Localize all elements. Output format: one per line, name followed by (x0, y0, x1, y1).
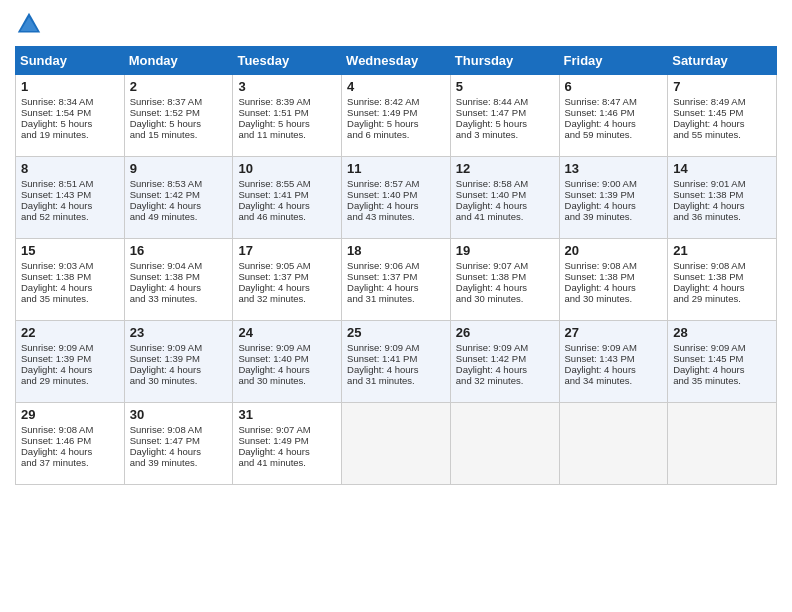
day-number: 21 (673, 243, 771, 258)
day-info-line: Daylight: 4 hours (130, 200, 228, 211)
day-info-line: Sunrise: 8:51 AM (21, 178, 119, 189)
week-row-4: 22Sunrise: 9:09 AMSunset: 1:39 PMDayligh… (16, 321, 777, 403)
day-info-line: and 37 minutes. (21, 457, 119, 468)
day-info-line: and 41 minutes. (456, 211, 554, 222)
day-info-line: Sunset: 1:39 PM (565, 189, 663, 200)
calendar-cell: 28Sunrise: 9:09 AMSunset: 1:45 PMDayligh… (668, 321, 777, 403)
day-number: 24 (238, 325, 336, 340)
day-number: 23 (130, 325, 228, 340)
day-info-line: Daylight: 4 hours (673, 118, 771, 129)
day-number: 6 (565, 79, 663, 94)
day-info-line: Daylight: 5 hours (238, 118, 336, 129)
day-info-line: Daylight: 4 hours (21, 446, 119, 457)
logo (15, 10, 45, 38)
day-info-line: Sunset: 1:39 PM (21, 353, 119, 364)
page-container: SundayMondayTuesdayWednesdayThursdayFrid… (0, 0, 792, 495)
calendar-cell: 24Sunrise: 9:09 AMSunset: 1:40 PMDayligh… (233, 321, 342, 403)
day-info-line: Sunset: 1:40 PM (238, 353, 336, 364)
day-info-line: Daylight: 4 hours (238, 282, 336, 293)
day-info-line: and 49 minutes. (130, 211, 228, 222)
calendar-cell: 31Sunrise: 9:07 AMSunset: 1:49 PMDayligh… (233, 403, 342, 485)
day-info-line: Sunset: 1:43 PM (21, 189, 119, 200)
day-info-line: Sunset: 1:49 PM (238, 435, 336, 446)
day-info-line: Daylight: 4 hours (565, 118, 663, 129)
day-info-line: Sunset: 1:41 PM (238, 189, 336, 200)
calendar-cell: 11Sunrise: 8:57 AMSunset: 1:40 PMDayligh… (342, 157, 451, 239)
day-info-line: Daylight: 4 hours (565, 200, 663, 211)
calendar-cell: 13Sunrise: 9:00 AMSunset: 1:39 PMDayligh… (559, 157, 668, 239)
day-info-line: Daylight: 4 hours (347, 282, 445, 293)
day-info-line: and 32 minutes. (456, 375, 554, 386)
day-info-line: and 29 minutes. (21, 375, 119, 386)
col-header-friday: Friday (559, 47, 668, 75)
day-info-line: Daylight: 4 hours (347, 364, 445, 375)
day-info-line: Sunrise: 8:44 AM (456, 96, 554, 107)
day-info-line: Sunset: 1:46 PM (21, 435, 119, 446)
day-number: 2 (130, 79, 228, 94)
day-info-line: Sunrise: 8:49 AM (673, 96, 771, 107)
day-info-line: Sunrise: 9:08 AM (21, 424, 119, 435)
calendar-cell (342, 403, 451, 485)
day-info-line: Sunset: 1:38 PM (673, 189, 771, 200)
day-info-line: Sunrise: 9:08 AM (130, 424, 228, 435)
day-info-line: and 39 minutes. (565, 211, 663, 222)
header (15, 10, 777, 38)
calendar-cell: 26Sunrise: 9:09 AMSunset: 1:42 PMDayligh… (450, 321, 559, 403)
day-number: 19 (456, 243, 554, 258)
calendar-cell: 19Sunrise: 9:07 AMSunset: 1:38 PMDayligh… (450, 239, 559, 321)
day-info-line: Sunset: 1:51 PM (238, 107, 336, 118)
day-info-line: Daylight: 4 hours (673, 282, 771, 293)
day-info-line: and 46 minutes. (238, 211, 336, 222)
day-info-line: Sunset: 1:45 PM (673, 353, 771, 364)
day-info-line: and 43 minutes. (347, 211, 445, 222)
day-info-line: Daylight: 4 hours (456, 200, 554, 211)
day-info-line: Sunrise: 9:09 AM (673, 342, 771, 353)
calendar-cell: 25Sunrise: 9:09 AMSunset: 1:41 PMDayligh… (342, 321, 451, 403)
day-info-line: Daylight: 4 hours (238, 200, 336, 211)
day-info-line: Sunset: 1:38 PM (130, 271, 228, 282)
day-number: 12 (456, 161, 554, 176)
day-info-line: Sunset: 1:37 PM (238, 271, 336, 282)
day-info-line: Sunset: 1:46 PM (565, 107, 663, 118)
day-info-line: and 35 minutes. (21, 293, 119, 304)
calendar-cell: 12Sunrise: 8:58 AMSunset: 1:40 PMDayligh… (450, 157, 559, 239)
day-info-line: Daylight: 5 hours (130, 118, 228, 129)
day-info-line: Sunset: 1:43 PM (565, 353, 663, 364)
day-info-line: Daylight: 4 hours (21, 200, 119, 211)
day-info-line: Daylight: 4 hours (21, 282, 119, 293)
calendar-cell: 6Sunrise: 8:47 AMSunset: 1:46 PMDaylight… (559, 75, 668, 157)
day-info-line: Daylight: 4 hours (456, 364, 554, 375)
day-info-line: Sunset: 1:40 PM (347, 189, 445, 200)
day-number: 17 (238, 243, 336, 258)
day-info-line: Sunrise: 9:01 AM (673, 178, 771, 189)
day-info-line: Sunset: 1:40 PM (456, 189, 554, 200)
day-number: 15 (21, 243, 119, 258)
day-info-line: Daylight: 4 hours (565, 282, 663, 293)
day-info-line: Daylight: 4 hours (130, 446, 228, 457)
day-info-line: and 35 minutes. (673, 375, 771, 386)
day-info-line: Daylight: 4 hours (238, 446, 336, 457)
day-info-line: Sunset: 1:38 PM (565, 271, 663, 282)
day-info-line: Sunset: 1:38 PM (673, 271, 771, 282)
calendar-cell: 15Sunrise: 9:03 AMSunset: 1:38 PMDayligh… (16, 239, 125, 321)
col-header-monday: Monday (124, 47, 233, 75)
calendar-cell (559, 403, 668, 485)
day-info-line: Sunrise: 9:07 AM (238, 424, 336, 435)
day-info-line: and 31 minutes. (347, 375, 445, 386)
calendar-cell: 18Sunrise: 9:06 AMSunset: 1:37 PMDayligh… (342, 239, 451, 321)
day-number: 16 (130, 243, 228, 258)
day-number: 18 (347, 243, 445, 258)
calendar-cell: 2Sunrise: 8:37 AMSunset: 1:52 PMDaylight… (124, 75, 233, 157)
day-info-line: Sunset: 1:54 PM (21, 107, 119, 118)
col-header-wednesday: Wednesday (342, 47, 451, 75)
day-info-line: and 19 minutes. (21, 129, 119, 140)
day-info-line: Sunset: 1:49 PM (347, 107, 445, 118)
calendar-cell: 22Sunrise: 9:09 AMSunset: 1:39 PMDayligh… (16, 321, 125, 403)
day-info-line: Sunrise: 8:34 AM (21, 96, 119, 107)
day-number: 13 (565, 161, 663, 176)
calendar-cell: 20Sunrise: 9:08 AMSunset: 1:38 PMDayligh… (559, 239, 668, 321)
day-number: 14 (673, 161, 771, 176)
day-info-line: Sunset: 1:42 PM (130, 189, 228, 200)
day-number: 31 (238, 407, 336, 422)
day-info-line: Daylight: 4 hours (130, 282, 228, 293)
